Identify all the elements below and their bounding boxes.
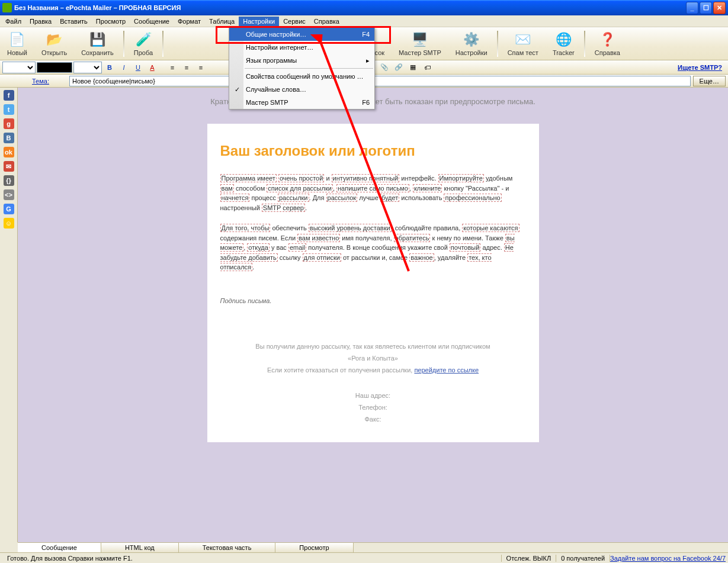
- font-size-combo[interactable]: [2, 62, 36, 73]
- toolbar-icon: ⚙️: [463, 31, 480, 48]
- menu-bar: ФайлПравкаВставитьПросмотрСообщениеФорма…: [0, 15, 728, 27]
- email-footer: Вы получили данную рассылку, так как явл…: [220, 341, 526, 426]
- social-icon-7[interactable]: <>: [4, 189, 14, 200]
- editor-scroll[interactable]: Краткое описание сообщения. Этот текст м…: [18, 88, 728, 542]
- close-button[interactable]: ✕: [713, 2, 726, 14]
- editor-canvas[interactable]: Краткое описание сообщения. Этот текст м…: [18, 88, 728, 542]
- toolbar-Сохранить[interactable]: 💾Сохранить: [75, 29, 120, 59]
- toolbar-icon: ❓: [599, 31, 615, 48]
- menu-Общие настройки…[interactable]: Общие настройки…F4: [229, 28, 374, 41]
- attach-button[interactable]: 📎: [378, 62, 391, 73]
- status-ready: Готово. Для вызова Справки нажмите F1.: [2, 555, 502, 562]
- social-icon-9[interactable]: ☺: [4, 218, 14, 229]
- email-heading: Ваш заголовок или логотип: [220, 140, 526, 162]
- toolbar-Мастер SMTP[interactable]: 🖥️Мастер SMTP: [393, 29, 447, 59]
- toolbar-Открыть[interactable]: 📂Открыть: [36, 29, 73, 59]
- social-icon-3[interactable]: B: [4, 133, 14, 143]
- subject-label: Тема:: [2, 78, 67, 85]
- subject-input[interactable]: [69, 76, 691, 86]
- style-combo[interactable]: [73, 62, 102, 73]
- social-icon-8[interactable]: G: [4, 204, 14, 214]
- menu-item-3[interactable]: Просмотр: [92, 17, 130, 26]
- menu-item-8[interactable]: Сервис: [279, 17, 310, 26]
- footer-fax: Факс:: [220, 414, 526, 426]
- email-page[interactable]: Ваш заголовок или логотип Программа имее…: [207, 124, 539, 442]
- footer-line-2: «Рога и Копыта»: [220, 353, 526, 365]
- toolbar-icon: 📂: [46, 31, 63, 48]
- toolbar-Tracker[interactable]: 🌐Tracker: [547, 29, 581, 59]
- bold-button[interactable]: B: [103, 62, 116, 73]
- minimize-button[interactable]: _: [686, 2, 698, 14]
- more-button[interactable]: Еще…: [693, 76, 726, 86]
- menu-item-9[interactable]: Справка: [310, 17, 344, 26]
- toolbar-Новый[interactable]: 📄Новый: [1, 29, 33, 59]
- toolbar-Проба[interactable]: 🧪Проба: [128, 29, 159, 59]
- toolbar-Спам тест[interactable]: ✉️Спам тест: [502, 29, 544, 59]
- social-icon-5[interactable]: ✉: [4, 161, 14, 172]
- toolbar-icon: 💾: [89, 31, 106, 48]
- doc-tab-0[interactable]: Сообщение: [18, 543, 101, 553]
- toolbar-icon: 📄: [9, 31, 25, 48]
- email-paragraph-1: Программа имеет очень простой и интуитив…: [220, 173, 526, 213]
- window-title: Без Названия – ePochta Mailer – ПРОБНАЯ …: [14, 4, 181, 11]
- menu-item-6[interactable]: Таблица: [205, 17, 239, 26]
- footer-address: Наш адрес:: [220, 390, 526, 402]
- align-right-button[interactable]: ≡: [194, 62, 207, 73]
- toolbar-icon: ✉️: [515, 31, 531, 48]
- settings-dropdown: Общие настройки…F4Настройки интернет…Язы…: [229, 27, 375, 110]
- tag-button[interactable]: 🏷: [421, 62, 434, 73]
- work-area: ftgBok✉{}<>G☺ Краткое описание сообщения…: [0, 88, 728, 542]
- social-icon-6[interactable]: {}: [4, 175, 14, 186]
- footer-phone: Телефон:: [220, 402, 526, 414]
- menu-item-1[interactable]: Правка: [25, 17, 56, 26]
- toolbar-icon: 🧪: [135, 31, 152, 48]
- email-signature: Подпись письма.: [220, 296, 526, 306]
- table-button[interactable]: ▦: [406, 62, 419, 73]
- social-icon-1[interactable]: t: [4, 104, 14, 115]
- social-icon-4[interactable]: ok: [4, 147, 14, 157]
- font-color-button[interactable]: A: [146, 62, 159, 73]
- social-icon-0[interactable]: f: [4, 90, 14, 101]
- social-sidebar: ftgBok✉{}<>G☺: [0, 88, 18, 542]
- footer-line-1: Вы получили данную рассылку, так как явл…: [220, 341, 526, 353]
- doc-tab-1[interactable]: HTML код: [101, 543, 179, 553]
- menu-Свойства сообщений по умолчанию …[interactable]: Свойства сообщений по умолчанию …: [229, 70, 374, 83]
- menu-item-2[interactable]: Вставить: [56, 17, 92, 26]
- facebook-link[interactable]: Задайте нам вопрос на Facebook 24/7: [610, 555, 726, 562]
- menu-Мастер SMTP[interactable]: Мастер SMTPF6: [229, 96, 374, 109]
- color-swatch[interactable]: [37, 62, 72, 73]
- status-recipients: 0 получателей: [556, 555, 610, 562]
- menu-item-5[interactable]: Формат: [174, 17, 205, 26]
- menu-Случайные слова…[interactable]: ✓Случайные слова…: [229, 83, 374, 96]
- app-icon: [2, 3, 12, 12]
- menu-Настройки интернет…[interactable]: Настройки интернет…: [229, 41, 374, 54]
- document-tabs: СообщениеHTML кодТекстовая частьПросмотр: [18, 542, 728, 553]
- doc-tab-3[interactable]: Просмотр: [275, 543, 353, 553]
- smtp-search-link[interactable]: Ищете SMTP?: [678, 64, 726, 71]
- underline-button[interactable]: U: [132, 62, 145, 73]
- align-left-button[interactable]: ≡: [166, 62, 179, 73]
- menu-item-4[interactable]: Сообщение: [130, 17, 174, 26]
- status-bar: Готово. Для вызова Справки нажмите F1. О…: [0, 552, 728, 563]
- title-bar: Без Названия – ePochta Mailer – ПРОБНАЯ …: [0, 0, 728, 15]
- maximize-button[interactable]: ☐: [700, 2, 712, 14]
- link-button[interactable]: 🔗: [392, 62, 405, 73]
- toolbar-icon: 🌐: [555, 31, 572, 48]
- menu-item-7[interactable]: Настройки: [239, 17, 279, 26]
- toolbar-icon: 🖥️: [412, 31, 428, 48]
- unsubscribe-link[interactable]: перейдите по ссылке: [414, 366, 479, 374]
- doc-tab-2[interactable]: Текстовая часть: [179, 543, 276, 553]
- toolbar-Настройки[interactable]: ⚙️Настройки: [450, 29, 493, 59]
- align-center-button[interactable]: ≡: [180, 62, 193, 73]
- italic-button[interactable]: I: [117, 62, 130, 73]
- menu-Язык программы[interactable]: Язык программы▸: [229, 54, 374, 67]
- email-paragraph-2: Для того, чтобы обеспечить высокий урове…: [220, 223, 526, 272]
- social-icon-2[interactable]: g: [4, 118, 14, 129]
- menu-item-0[interactable]: Файл: [1, 17, 25, 26]
- status-tracking: Отслеж. ВЫКЛ: [502, 555, 557, 562]
- toolbar-Справка[interactable]: ❓Справка: [589, 29, 626, 59]
- footer-line-3: Если хотите отказаться от получения расс…: [220, 365, 526, 377]
